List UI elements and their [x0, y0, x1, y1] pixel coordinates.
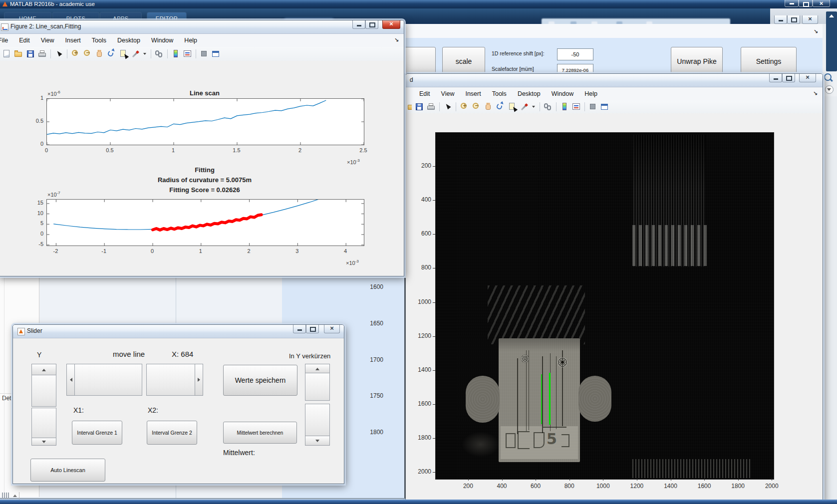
zoom-out-icon[interactable]	[472, 102, 481, 111]
rotate-3d-icon[interactable]	[496, 102, 505, 111]
zoom-in-icon[interactable]	[460, 102, 469, 111]
save-icon[interactable]	[415, 102, 424, 111]
dock-arrow-icon[interactable]: ↘	[394, 37, 399, 43]
insert-legend-icon[interactable]	[183, 49, 192, 58]
pan-hand-icon[interactable]	[484, 102, 493, 111]
data-cursor-icon[interactable]	[508, 102, 517, 111]
close-button[interactable]: ×	[813, 0, 830, 7]
in-y-top-up-button[interactable]	[305, 364, 330, 374]
move-line-thumb[interactable]	[146, 364, 196, 396]
circle-dropdown-icon[interactable]	[825, 85, 834, 94]
menu-item-tools[interactable]: Tools	[487, 90, 512, 97]
pointer-icon[interactable]	[54, 49, 63, 58]
dock-window-icon[interactable]	[600, 102, 609, 111]
move-line-right-button[interactable]	[195, 364, 203, 396]
scalefactor-input[interactable]: 7.22892e-06	[557, 64, 593, 73]
search-icon[interactable]	[824, 73, 832, 81]
auto-linescan-button[interactable]: Auto Linescan	[30, 459, 105, 482]
folder-partial-icon[interactable]	[407, 102, 412, 111]
fig-minimize-button[interactable]	[769, 74, 782, 82]
menu-item-view[interactable]: View	[35, 37, 60, 44]
dropdown-icon[interactable]	[143, 49, 147, 58]
y-slider-track[interactable]	[31, 375, 56, 407]
insert-legend-icon[interactable]	[572, 102, 581, 111]
menu-item-file[interactable]: File	[0, 37, 13, 44]
maximize-button[interactable]	[799, 0, 813, 7]
zoom-in-icon[interactable]	[71, 49, 80, 58]
left-green-scan-line[interactable]	[541, 374, 542, 424]
menu-item-desktop[interactable]: Desktop	[512, 90, 546, 97]
menu-item-edit[interactable]: Edit	[414, 90, 436, 97]
unwrap-pike-button[interactable]: Unwrap Pike	[671, 47, 723, 73]
y-slider-down-button[interactable]	[31, 438, 56, 446]
y-slider-track[interactable]	[31, 408, 56, 439]
fig2-close-button[interactable]: ×	[382, 20, 400, 29]
hidden-partial-button[interactable]	[403, 47, 436, 73]
doc-restore-button[interactable]	[787, 15, 800, 24]
ref-shift-input[interactable]: -50	[557, 48, 593, 60]
move-line-track[interactable]	[74, 364, 142, 396]
in-y-top-track[interactable]	[305, 373, 330, 401]
dock-arrow-icon[interactable]: ↘	[814, 28, 818, 35]
dock-window-icon[interactable]	[212, 49, 221, 58]
fig2-minimize-button[interactable]	[352, 20, 365, 29]
menu-item-edit[interactable]: Edit	[13, 37, 35, 44]
figure-image-titlebar[interactable]: d ×	[406, 74, 823, 87]
menu-item-help[interactable]: Help	[179, 37, 203, 44]
dock-arrow-icon[interactable]: ↘	[813, 90, 818, 97]
interval-grenze-2-button[interactable]: Interval Grenze 2	[147, 421, 197, 445]
figure2-titlebar[interactable]: Figure 2: Line_scan,Fitting ×	[0, 20, 404, 34]
menu-item-desktop[interactable]: Desktop	[112, 37, 146, 44]
taskbar-edge[interactable]	[0, 500, 837, 504]
in-y-bottom-track[interactable]	[305, 404, 330, 437]
sem-image[interactable]: 5	[435, 132, 774, 480]
right-green-scan-line[interactable]	[549, 373, 551, 425]
settings-button[interactable]: Settings	[741, 47, 797, 73]
menu-item-window[interactable]: Window	[146, 37, 179, 44]
minimize-button[interactable]	[785, 0, 799, 7]
zoom-out-icon[interactable]	[83, 49, 92, 58]
mittelwert-berechnen-button[interactable]: Mittelwert berechnen	[223, 422, 297, 444]
print-icon[interactable]	[38, 49, 47, 58]
brush-icon[interactable]	[520, 102, 529, 111]
slider-titlebar[interactable]: Slider ×	[13, 325, 344, 338]
open-folder-icon[interactable]	[14, 49, 23, 58]
dock-gray-icon[interactable]	[588, 102, 597, 111]
y-slider-up-button[interactable]	[31, 364, 56, 376]
slider-minimize-button[interactable]	[293, 325, 306, 333]
menu-item-insert[interactable]: Insert	[460, 90, 486, 97]
doc-minimize-button[interactable]	[774, 15, 787, 24]
save-icon[interactable]	[26, 49, 35, 58]
menu-item-tools[interactable]: Tools	[86, 37, 112, 44]
sidebar-collapsed-strip[interactable]	[826, 11, 837, 71]
linescan-axes[interactable]	[46, 98, 364, 145]
in-y-bottom-down-button[interactable]	[305, 436, 330, 446]
pointer-icon[interactable]	[443, 102, 452, 111]
doc-close-button[interactable]: ×	[802, 15, 818, 24]
print-icon[interactable]	[427, 102, 436, 111]
menu-item-help[interactable]: Help	[579, 90, 603, 97]
dropdown-icon[interactable]	[532, 102, 536, 111]
new-document-icon[interactable]	[2, 49, 11, 58]
fig-maximize-button[interactable]	[782, 74, 795, 82]
menu-item-window[interactable]: Window	[546, 90, 579, 97]
fitting-axes[interactable]	[46, 199, 364, 246]
resize-grip-icon[interactable]	[2, 492, 32, 500]
fig-close-button[interactable]: ×	[799, 74, 816, 82]
rotate-3d-icon[interactable]	[107, 49, 116, 58]
insert-colorbar-icon[interactable]	[171, 49, 180, 58]
interval-grenze-1-button[interactable]: Interval Grenze 1	[72, 421, 122, 445]
pan-hand-icon[interactable]	[95, 49, 104, 58]
data-cursor-icon[interactable]	[119, 49, 128, 58]
slider-restore-button[interactable]	[306, 325, 319, 333]
link-plots-icon[interactable]	[544, 102, 553, 111]
werte-speichern-button[interactable]: Werte speichern	[223, 365, 297, 396]
dock-gray-icon[interactable]	[200, 49, 209, 58]
insert-colorbar-icon[interactable]	[560, 102, 569, 111]
menu-item-insert[interactable]: Insert	[60, 37, 86, 44]
scale-button[interactable]: scale	[442, 47, 485, 73]
menu-item-view[interactable]: View	[436, 90, 460, 97]
fig2-maximize-button[interactable]	[365, 20, 378, 29]
slider-close-button[interactable]: ×	[324, 325, 340, 333]
brush-icon[interactable]	[131, 49, 140, 58]
